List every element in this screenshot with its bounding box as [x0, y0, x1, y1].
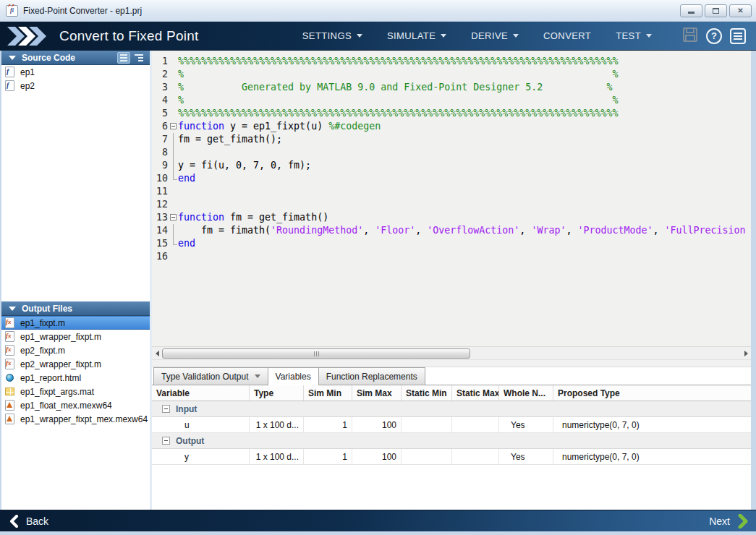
chevron-down-icon[interactable] — [255, 374, 260, 378]
source-file-item[interactable]: fep1 — [1, 65, 150, 79]
fold-column — [168, 159, 178, 172]
collapse-box-icon[interactable] — [162, 437, 170, 445]
collapse-triangle-icon[interactable] — [9, 56, 16, 60]
fold-column — [168, 237, 178, 250]
horizontal-scrollbar[interactable] — [152, 347, 751, 360]
fold-connector — [173, 172, 174, 179]
restore-button[interactable] — [705, 4, 727, 17]
column-header-variable[interactable]: Variable — [152, 385, 250, 401]
column-header-sim_max[interactable]: Sim Max — [352, 385, 402, 401]
source-code-list: fep1fep2 — [1, 65, 150, 301]
table-row[interactable]: y1 x 100 d...1100Yesnumerictype(0, 7, 0) — [152, 449, 751, 465]
code-line: 2% % — [152, 68, 751, 81]
minimize-button[interactable] — [680, 4, 702, 17]
menu-settings[interactable]: SETTINGS — [302, 30, 362, 41]
chevron-right-icon — [736, 514, 749, 528]
column-header-type[interactable]: Type — [250, 385, 304, 401]
code-line: 5%%%%%%%%%%%%%%%%%%%%%%%%%%%%%%%%%%%%%%%… — [152, 107, 751, 120]
sidebar: Source Code fep1fep2 Output Files fxep1_… — [1, 51, 150, 510]
tree-view-icon[interactable] — [132, 52, 145, 64]
output-file-item[interactable]: ep1_float_mex.mexw64 — [1, 398, 150, 412]
code-text: y = fi(u, 0, 7, 0, fm); — [178, 159, 311, 172]
line-number: 13 — [152, 211, 168, 224]
column-header-whole[interactable]: Whole N... — [499, 385, 553, 401]
collapse-box-icon[interactable] — [162, 405, 170, 413]
fold-column — [168, 198, 178, 211]
code-line: 4% % — [152, 94, 751, 107]
mat-file-icon — [4, 386, 16, 397]
collapse-triangle-icon[interactable] — [9, 307, 16, 311]
tab-type-validation-output[interactable]: Type Validation Output — [153, 367, 268, 385]
fold-connector — [173, 179, 177, 180]
fold-column — [168, 68, 178, 81]
matlab-function-file-icon: f — [4, 80, 16, 91]
line-number: 3 — [152, 81, 168, 94]
help-icon[interactable]: ? — [706, 28, 722, 44]
output-file-item[interactable]: fxep1_wrapper_fixpt.m — [1, 330, 150, 343]
output-file-item[interactable]: fxep1_fixpt.m — [1, 316, 150, 330]
column-header-sim_min[interactable]: Sim Min — [304, 385, 352, 401]
menu-label: CONVERT — [543, 30, 591, 41]
fx-file-icon: fx — [4, 359, 16, 369]
cell-sim_min: 1 — [304, 417, 352, 432]
group-row-input[interactable]: Input — [152, 401, 751, 417]
back-button[interactable]: Back — [9, 515, 48, 528]
tab-function-replacements[interactable]: Function Replacements — [318, 367, 425, 385]
close-button[interactable]: ✕ — [729, 4, 752, 17]
source-file-item-label: ep2 — [20, 81, 35, 91]
cell-whole: Yes — [499, 417, 553, 432]
fold-connector — [173, 224, 174, 237]
output-files-panel-title: Output Files — [22, 304, 72, 314]
table-row[interactable]: u1 x 100 d...1100Yesnumerictype(0, 7, 0) — [152, 417, 751, 433]
code-line: 7fm = get_fimath(); — [152, 133, 751, 146]
page-title: Convert to Fixed Point — [59, 28, 198, 44]
code-fold-icon[interactable] — [170, 123, 177, 129]
source-code-panel-header[interactable]: Source Code — [1, 51, 150, 65]
scroll-left-arrow-icon[interactable] — [152, 347, 162, 360]
tab-variables[interactable]: Variables — [268, 367, 319, 385]
toolstrip: Convert to Fixed Point SETTINGSSIMULATED… — [0, 22, 756, 51]
column-header-static_min[interactable]: Static Min — [402, 385, 452, 401]
output-file-item[interactable]: ep1_wrapper_fixpt_mex.mexw64 — [1, 412, 150, 426]
chevron-left-icon — [9, 515, 20, 528]
menu-convert[interactable]: CONVERT — [543, 30, 591, 41]
cell-sim_max: 100 — [352, 417, 402, 432]
scroll-right-arrow-icon[interactable] — [741, 347, 751, 360]
code-text: %%%%%%%%%%%%%%%%%%%%%%%%%%%%%%%%%%%%%%%%… — [178, 55, 618, 68]
column-header-proposed[interactable]: Proposed Type — [553, 385, 751, 401]
cell-static_max — [452, 449, 499, 464]
window-title: Fixed-Point Converter - ep1.prj — [23, 6, 142, 16]
scrollbar-thumb[interactable] — [162, 348, 470, 359]
code-text: fm = fimath('RoundingMethod', 'Floor', '… — [178, 224, 746, 237]
group-row-output[interactable]: Output — [152, 433, 751, 449]
output-file-item[interactable]: ep1_report.html — [1, 371, 150, 385]
output-file-item[interactable]: fxep2_wrapper_fixpt.m — [1, 357, 150, 371]
code-editor[interactable]: 1%%%%%%%%%%%%%%%%%%%%%%%%%%%%%%%%%%%%%%%… — [152, 51, 751, 347]
editor-zone: 1%%%%%%%%%%%%%%%%%%%%%%%%%%%%%%%%%%%%%%%… — [152, 51, 751, 510]
fold-column — [168, 55, 178, 68]
line-number: 5 — [152, 107, 168, 120]
line-number: 9 — [152, 159, 168, 172]
line-number: 7 — [152, 133, 168, 146]
source-file-item[interactable]: fep2 — [1, 79, 150, 93]
fold-connector — [173, 159, 174, 172]
window-bottom-edge — [0, 531, 756, 535]
column-header-static_max[interactable]: Static Max — [452, 385, 499, 401]
code-line: 9y = fi(u, 0, 7, 0, fm); — [152, 159, 751, 172]
save-icon[interactable] — [682, 27, 698, 46]
line-number: 14 — [152, 224, 168, 237]
output-files-panel-header[interactable]: Output Files — [1, 301, 150, 316]
menu-derive[interactable]: DERIVE — [471, 30, 519, 41]
layout-menu-icon[interactable] — [730, 28, 746, 44]
footer-nav: Back Next — [0, 510, 756, 531]
output-file-item[interactable]: ep1_fixpt_args.mat — [1, 385, 150, 398]
menu-test[interactable]: TEST — [616, 30, 652, 41]
fx-file-icon: fx — [4, 317, 16, 328]
list-view-icon[interactable] — [117, 52, 130, 64]
next-button[interactable]: Next — [709, 514, 749, 528]
code-fold-icon[interactable] — [170, 214, 177, 221]
cell-proposed: numerictype(0, 7, 0) — [553, 449, 751, 464]
menu-simulate[interactable]: SIMULATE — [387, 30, 446, 41]
line-number: 11 — [152, 185, 168, 198]
output-file-item[interactable]: fxep2_fixpt.m — [1, 343, 150, 357]
